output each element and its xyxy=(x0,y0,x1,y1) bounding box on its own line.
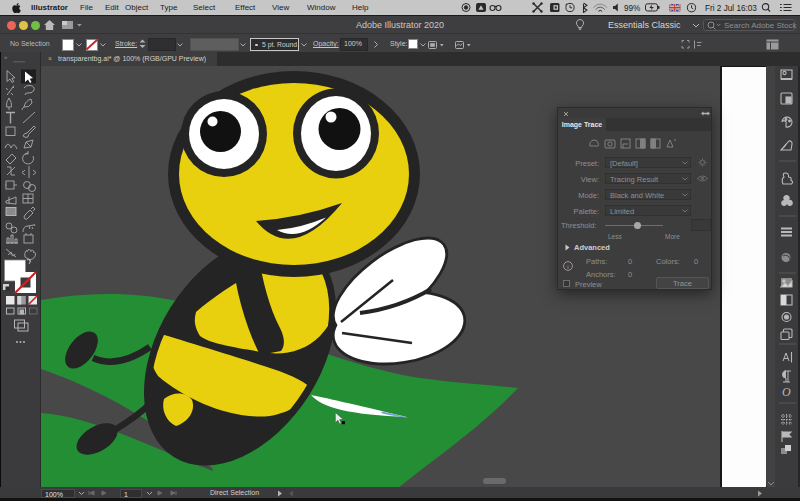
svg-text:O: O xyxy=(782,385,791,399)
svg-text:«: « xyxy=(4,54,8,60)
svg-text:99%: 99% xyxy=(624,4,640,13)
svg-text:i: i xyxy=(567,263,569,271)
svg-text:Fri 2 Jul 16:03: Fri 2 Jul 16:03 xyxy=(705,4,757,13)
